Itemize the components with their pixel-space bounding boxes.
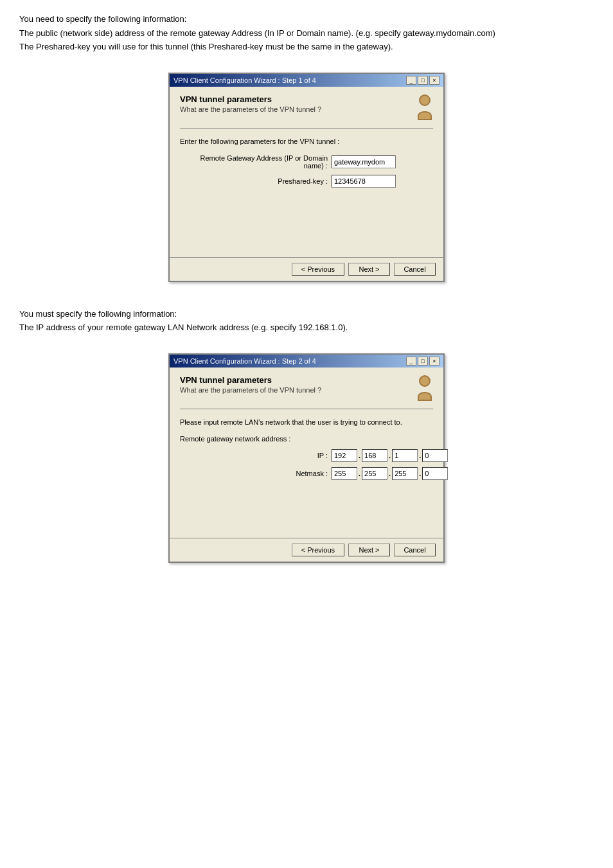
nm-field-4[interactable]	[422, 467, 448, 480]
dialog2-next-button[interactable]: Next >	[348, 544, 390, 556]
wizard-icon-1	[406, 94, 433, 121]
dialog1-body: VPN tunnel parameters What are the param…	[170, 87, 443, 257]
dialog2-body: VPN tunnel parameters What are the param…	[170, 368, 443, 538]
intro-section-2: You must specify the following informati…	[19, 308, 594, 334]
dialog-step2: VPN Client Configuration Wizard : Step 2…	[168, 353, 445, 563]
dialog1-subheading: What are the parameters of the VPN tunne…	[180, 105, 321, 113]
ip-row: IP : . . .	[180, 449, 433, 462]
dialog2-header: VPN tunnel parameters What are the param…	[180, 375, 433, 402]
dialog-step1: VPN Client Configuration Wizard : Step 1…	[168, 73, 445, 282]
gateway-input[interactable]	[332, 155, 396, 168]
dialog1-content: Enter the following parameters for the V…	[180, 134, 433, 249]
netmask-row: Netmask : . . .	[180, 467, 433, 480]
gateway-label: Remote Gateway Address (IP or Domain nam…	[180, 154, 328, 170]
dialog2-previous-button[interactable]: < Previous	[292, 544, 344, 556]
minimize-button-2[interactable]: _	[406, 357, 416, 366]
nm-sep-3: .	[419, 470, 421, 477]
dialog1-previous-button[interactable]: < Previous	[292, 263, 344, 276]
netmask-label: Netmask :	[180, 470, 328, 477]
minimize-button-1[interactable]: _	[406, 76, 416, 85]
dialog2-footer: < Previous Next > Cancel	[170, 538, 443, 562]
ip-sep-3: .	[419, 452, 421, 459]
dialog2-header-text: VPN tunnel parameters What are the param…	[180, 375, 321, 394]
ip-label: IP :	[180, 452, 328, 459]
close-button-1[interactable]: ×	[429, 76, 440, 85]
ip-group: . . .	[332, 449, 448, 462]
ip-field-4[interactable]	[422, 449, 448, 462]
dialog2-subheading: What are the parameters of the VPN tunne…	[180, 386, 321, 394]
nm-sep-1: .	[359, 470, 360, 477]
preshared-label: Preshared-key :	[180, 177, 328, 185]
dialog2-divider	[180, 409, 433, 409]
netmask-group: . . .	[332, 467, 448, 480]
dialog1-heading: VPN tunnel parameters	[180, 94, 321, 104]
person-head-2	[419, 375, 431, 387]
dialog1-titlebar: VPN Client Configuration Wizard : Step 1…	[170, 74, 443, 87]
intro2-line1: You must specify the following informati…	[19, 308, 594, 321]
dialog2-title: VPN Client Configuration Wizard : Step 2…	[173, 357, 316, 365]
dialog2-network-label: Remote gateway network address :	[180, 435, 433, 443]
dialog1-footer: < Previous Next > Cancel	[170, 257, 443, 281]
ip-sep-1: .	[359, 452, 360, 459]
dialog1-title: VPN Client Configuration Wizard : Step 1…	[173, 76, 316, 84]
person-body-1	[418, 111, 432, 120]
nm-field-1[interactable]	[332, 467, 357, 480]
ip-sep-2: .	[389, 452, 391, 459]
ip-field-1[interactable]	[332, 449, 357, 462]
ip-field-2[interactable]	[362, 449, 387, 462]
titlebar-buttons-1: _ □ ×	[406, 76, 440, 85]
dialog2-heading: VPN tunnel parameters	[180, 375, 321, 385]
close-button-2[interactable]: ×	[429, 357, 440, 366]
restore-button-1[interactable]: □	[418, 76, 428, 85]
preshared-input[interactable]	[332, 175, 396, 188]
dialog2-titlebar: VPN Client Configuration Wizard : Step 2…	[170, 355, 443, 368]
preshared-row: Preshared-key :	[180, 175, 433, 188]
dialog2-cancel-button[interactable]: Cancel	[394, 544, 436, 556]
intro1-line2: The public (network side) address of the…	[19, 27, 594, 40]
wizard-icon-2	[406, 375, 433, 402]
dialog1-description: Enter the following parameters for the V…	[180, 137, 433, 145]
dialog1-divider	[180, 128, 433, 128]
gateway-row: Remote Gateway Address (IP or Domain nam…	[180, 154, 433, 170]
dialog1-next-button[interactable]: Next >	[348, 263, 390, 276]
nm-sep-2: .	[389, 470, 391, 477]
dialog1-header: VPN tunnel parameters What are the param…	[180, 94, 433, 121]
person-head-1	[419, 94, 431, 106]
dialog2-description: Please input remote LAN's network that t…	[180, 418, 433, 426]
nm-field-2[interactable]	[362, 467, 387, 480]
titlebar-buttons-2: _ □ ×	[406, 357, 440, 366]
intro-section-1: You need to specify the following inform…	[19, 13, 594, 53]
person-body-2	[418, 392, 432, 401]
ip-field-3[interactable]	[392, 449, 418, 462]
restore-button-2[interactable]: □	[418, 357, 428, 366]
nm-field-3[interactable]	[392, 467, 418, 480]
intro2-line2: The IP address of your remote gateway LA…	[19, 321, 594, 334]
intro1-line3: The Preshared-key you will use for this …	[19, 40, 594, 53]
dialog2-content: Please input remote LAN's network that t…	[180, 414, 433, 530]
dialog1-header-text: VPN tunnel parameters What are the param…	[180, 94, 321, 113]
intro1-line1: You need to specify the following inform…	[19, 13, 594, 26]
dialog1-cancel-button[interactable]: Cancel	[394, 263, 436, 276]
